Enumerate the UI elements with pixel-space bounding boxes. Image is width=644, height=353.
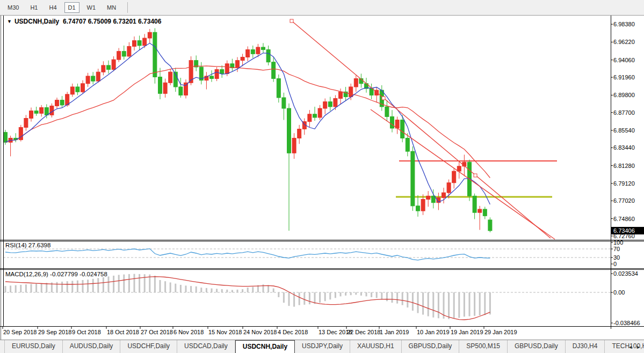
price-axis-label: 6.79120	[613, 180, 635, 187]
macd-histogram	[5, 274, 491, 319]
candle	[246, 50, 250, 57]
price-axis-label: 6.85540	[613, 127, 635, 134]
candle	[34, 111, 38, 114]
chart-tab-usdcad-daily[interactable]: USDCAD,Daily	[177, 340, 235, 353]
candle	[112, 60, 115, 69]
ohlc-values: 6.74707 6.75009 6.73201 6.73406	[63, 18, 162, 25]
candle	[334, 99, 337, 107]
timeframe-button-w1[interactable]: W1	[83, 2, 100, 13]
candle	[127, 46, 131, 56]
chart-tab-gbpusd-daily[interactable]: GBPUSD,Daily	[402, 340, 460, 353]
candle	[272, 62, 276, 79]
price-axis-label: 6.81280	[613, 163, 635, 169]
candle	[473, 196, 476, 212]
candle	[107, 65, 111, 70]
rsi-indicator-label: RSI(14) 27.6398	[5, 242, 50, 248]
chart-tab-gbpusd-daily[interactable]: GBPUSD,Daily	[508, 340, 566, 353]
candle	[30, 111, 33, 119]
macd-axis-label: 0.00	[613, 289, 625, 296]
candle	[282, 98, 286, 108]
candle	[431, 196, 435, 202]
date-axis-label: 22 Dec 2018	[347, 329, 380, 335]
candle	[339, 92, 343, 98]
candle	[102, 65, 105, 72]
chart-tab-usdjpy-daily[interactable]: USDJPY,Daily	[295, 340, 350, 353]
candle	[488, 220, 492, 231]
chart-tab-xauusd-h1[interactable]: XAUUSD,H1	[350, 340, 402, 353]
chart-tab-eurusd-daily[interactable]: EURUSD,Daily	[4, 340, 63, 353]
candle	[411, 151, 415, 206]
candle	[76, 87, 79, 92]
timeframe-button-h4[interactable]: H4	[45, 2, 60, 13]
price-axis-label: 6.96220	[613, 39, 635, 45]
trendline-2[interactable]	[371, 109, 555, 239]
candle	[163, 83, 167, 93]
candle	[122, 52, 126, 56]
date-axis-label: 29 Sep 2018	[38, 329, 71, 335]
trendline-handle[interactable]	[290, 19, 293, 23]
candle	[215, 70, 219, 79]
candle	[442, 193, 446, 197]
candle	[133, 41, 136, 47]
candle	[158, 77, 162, 93]
candle	[318, 108, 322, 117]
date-axis-label: 10 Jan 2019	[417, 329, 450, 335]
chart-tab-audusd-daily[interactable]: AUDUSD,Daily	[63, 340, 121, 353]
price-axis-label: 6.87700	[613, 109, 635, 116]
macd-axis-label: -0.038466	[613, 320, 640, 326]
chart-tab-usdchf-daily[interactable]: USDCHF,Daily	[120, 340, 177, 353]
candle	[210, 76, 214, 79]
date-axis-label: 6 Nov 2018	[173, 329, 204, 335]
candle	[4, 133, 8, 142]
date-axis-label: 18 Oct 2018	[107, 329, 139, 335]
timeframe-toolbar: M30 H1 H4 D1 W1 MN	[0, 0, 644, 16]
candle	[478, 209, 482, 212]
date-axis-label: 4 Dec 2018	[278, 329, 308, 335]
candle	[220, 70, 224, 74]
candle	[354, 79, 358, 87]
timeframe-button-d1[interactable]: D1	[64, 2, 79, 13]
candle	[251, 50, 255, 54]
candle	[298, 129, 301, 138]
candle	[236, 61, 240, 68]
macd-axis-label: 0.023534	[613, 270, 638, 277]
timeframe-button-h1[interactable]: H1	[26, 2, 41, 13]
price-axis-label: 6.74860	[613, 216, 635, 222]
candle	[225, 64, 229, 73]
candle	[262, 47, 265, 50]
candle	[292, 138, 296, 153]
tab-scroll-left-icon[interactable]: ◄	[628, 344, 633, 350]
candle	[421, 200, 425, 211]
candle	[308, 114, 312, 122]
chart-tab-dj30-h4[interactable]: DJ30,H4	[566, 340, 605, 353]
candle	[416, 206, 420, 211]
chart-tabs-bar: EURUSD,DailyAUDUSD,DailyUSDCHF,DailyUSDC…	[0, 340, 644, 353]
toolbar-separator	[127, 2, 128, 13]
candle	[323, 102, 327, 108]
candle	[143, 38, 147, 46]
candle	[70, 87, 74, 94]
chart-tab-usdcnh-daily[interactable]: USDCNH,Daily	[235, 340, 295, 353]
candle	[401, 120, 404, 138]
candle	[169, 72, 172, 83]
date-axis-label: 15 Nov 2018	[208, 329, 242, 335]
trendline-handle[interactable]	[382, 97, 385, 100]
symbol-dropdown-icon[interactable]: ▼	[7, 19, 12, 24]
trendline-handle[interactable]	[474, 174, 477, 177]
candle	[328, 102, 332, 107]
tab-scroll-right-icon[interactable]: ►	[636, 344, 641, 350]
timeframe-button-mn[interactable]: MN	[103, 2, 120, 13]
candle	[153, 32, 157, 77]
price-axis-label: 6.83440	[613, 144, 635, 151]
chart-tab-sp500-m15[interactable]: SP500,M15	[459, 340, 508, 353]
candle	[138, 41, 141, 46]
candle	[385, 107, 389, 116]
candle	[349, 87, 353, 97]
date-axis-label: 24 Nov 2018	[243, 329, 277, 335]
candle	[370, 89, 373, 95]
timeframe-button-m30[interactable]: M30	[4, 2, 23, 13]
candle	[148, 32, 151, 38]
candle	[50, 106, 54, 115]
chart-canvas[interactable]: 6.983806.962206.940606.919606.898006.877…	[0, 0, 644, 340]
tab-scroll-arrows: ◄ ►	[628, 340, 642, 353]
